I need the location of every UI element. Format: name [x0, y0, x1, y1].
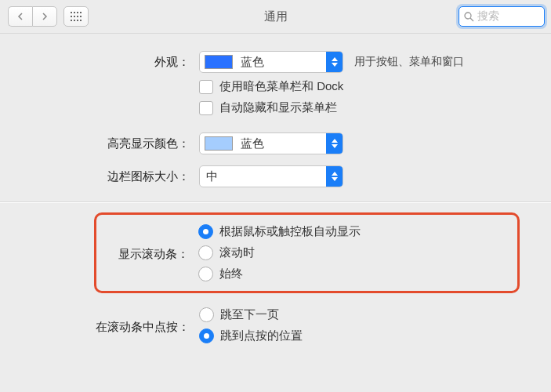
svg-rect-0 — [71, 12, 72, 13]
search-input[interactable]: 搜索 — [459, 6, 545, 27]
search-placeholder: 搜索 — [477, 9, 499, 24]
svg-point-12 — [465, 13, 471, 19]
appearance-hint: 用于按钮、菜单和窗口 — [354, 55, 464, 69]
svg-rect-1 — [74, 12, 75, 13]
forward-button[interactable] — [32, 6, 57, 27]
svg-rect-3 — [80, 12, 82, 13]
scroll-label: 显示滚动条： — [96, 247, 198, 262]
highlight-label: 高亮显示颜色： — [0, 136, 199, 151]
svg-rect-6 — [77, 16, 78, 17]
scroll-option-always[interactable]: 始终 — [198, 267, 361, 281]
highlighted-section: 显示滚动条： 根据鼠标或触控板自动显示 滚动时 始终 — [94, 212, 520, 293]
radio-label: 跳至下一页 — [220, 307, 279, 322]
svg-rect-8 — [71, 20, 72, 21]
grid-icon — [71, 12, 82, 21]
highlight-select[interactable]: 蓝色 — [199, 132, 343, 154]
search-icon — [464, 12, 474, 22]
select-arrows-icon — [326, 52, 343, 72]
click-label: 在滚动条中点按： — [0, 320, 199, 335]
svg-rect-9 — [74, 20, 75, 21]
auto-hide-label: 自动隐藏和显示菜单栏 — [219, 100, 337, 115]
scroll-option-scrolling[interactable]: 滚动时 — [198, 245, 361, 260]
appearance-value: 蓝色 — [233, 55, 280, 70]
svg-rect-7 — [80, 16, 82, 17]
sidebar-size-value: 中 — [200, 169, 234, 184]
color-swatch — [205, 136, 233, 151]
radio-icon — [198, 224, 213, 239]
select-arrows-icon — [326, 166, 343, 187]
click-option-spot[interactable]: 跳到点按的位置 — [199, 328, 303, 343]
radio-icon — [198, 245, 213, 260]
click-option-page[interactable]: 跳至下一页 — [199, 307, 303, 322]
svg-rect-11 — [80, 20, 82, 21]
color-swatch — [205, 55, 233, 69]
select-arrows-icon — [326, 133, 343, 154]
highlight-value: 蓝色 — [233, 136, 280, 151]
divider — [0, 201, 551, 203]
radio-label: 滚动时 — [219, 245, 255, 260]
appearance-label: 外观： — [0, 55, 199, 70]
svg-rect-10 — [77, 20, 78, 21]
back-button[interactable] — [8, 6, 32, 27]
sidebar-size-select[interactable]: 中 — [199, 165, 343, 187]
sidebar-size-label: 边栏图标大小： — [0, 169, 199, 184]
svg-rect-2 — [77, 12, 78, 13]
dark-menu-label: 使用暗色菜单栏和 Dock — [219, 79, 343, 94]
appearance-select[interactable]: 蓝色 — [199, 51, 343, 73]
radio-label: 跳到点按的位置 — [220, 328, 303, 343]
checkbox-icon — [199, 80, 213, 94]
svg-rect-4 — [71, 16, 72, 17]
auto-hide-checkbox[interactable]: 自动隐藏和显示菜单栏 — [199, 100, 343, 115]
radio-icon — [198, 267, 213, 281]
checkbox-icon — [199, 101, 213, 115]
svg-line-13 — [470, 18, 473, 21]
titlebar: 通用 搜索 — [0, 0, 551, 34]
radio-label: 根据鼠标或触控板自动显示 — [219, 224, 361, 239]
chevron-left-icon — [17, 13, 24, 20]
dark-menu-checkbox[interactable]: 使用暗色菜单栏和 Dock — [199, 79, 343, 94]
radio-icon — [199, 328, 214, 343]
show-all-button[interactable] — [63, 6, 89, 27]
svg-rect-5 — [74, 16, 75, 17]
chevron-right-icon — [42, 13, 48, 20]
scroll-option-auto[interactable]: 根据鼠标或触控板自动显示 — [198, 224, 361, 239]
radio-icon — [199, 307, 214, 322]
radio-label: 始终 — [219, 267, 243, 281]
